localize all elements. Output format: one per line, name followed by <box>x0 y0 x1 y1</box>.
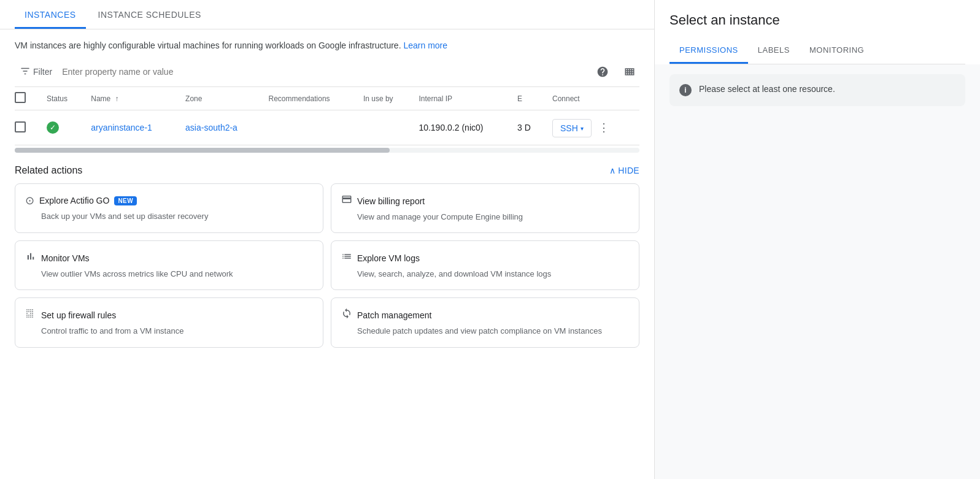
right-tab-monitoring[interactable]: MONITORING <box>800 38 874 64</box>
scroll-thumb <box>15 148 390 153</box>
row-recommendations-cell <box>261 110 356 145</box>
row-name-cell: aryaninstance-1 <box>83 110 178 145</box>
filter-icon <box>20 66 31 79</box>
logs-icon <box>341 251 352 265</box>
tab-instance-schedules[interactable]: INSTANCE SCHEDULES <box>88 0 211 29</box>
horizontal-scrollbar[interactable] <box>15 148 639 153</box>
logs-title: Explore VM logs <box>357 253 420 263</box>
right-panel-header: Select an instance PERMISSIONS LABELS MO… <box>655 0 980 64</box>
toolbar-icons <box>593 62 639 82</box>
row-zone-cell: asia-south2-a <box>178 110 261 145</box>
filter-label: Filter <box>33 67 52 77</box>
new-badge: NEW <box>114 196 137 205</box>
info-message-text: Please select at least one resource. <box>699 84 835 94</box>
actifio-title: Explore Actifio GO <box>39 196 109 205</box>
table-row: ✓ aryaninstance-1 asia-south2-a 10.190.0… <box>15 110 639 145</box>
filter-input[interactable] <box>62 67 588 77</box>
row-internal-ip-cell: 10.190.0.2 (nic0) <box>411 110 510 145</box>
row-status-cell: ✓ <box>39 110 83 145</box>
select-all-checkbox[interactable] <box>15 92 26 103</box>
description-text: VM instances are highly configurable vir… <box>0 29 654 57</box>
action-card-explore-actifio[interactable]: ⊙ Explore Actifio GO NEW Back up your VM… <box>15 183 323 233</box>
row-checkbox-cell <box>15 110 39 145</box>
action-card-monitor-vms[interactable]: Monitor VMs View outlier VMs across metr… <box>15 240 323 290</box>
col-in-use-by: In use by <box>356 87 411 110</box>
right-tab-labels[interactable]: LABELS <box>748 38 800 64</box>
firewall-title: Set up firewall rules <box>41 310 116 320</box>
chevron-down-icon: ▾ <box>581 125 584 132</box>
more-options-button[interactable]: ⋮ <box>594 118 614 137</box>
right-panel: Select an instance PERMISSIONS LABELS MO… <box>655 0 980 479</box>
row-connect-cell: SSH ▾ ⋮ <box>545 110 639 145</box>
right-panel-title: Select an instance <box>669 12 965 28</box>
monitor-icon <box>25 251 36 265</box>
ssh-label: SSH <box>560 123 578 133</box>
main-panel: INSTANCES INSTANCE SCHEDULES VM instance… <box>0 0 655 479</box>
billing-icon <box>341 194 352 208</box>
related-actions-header: Related actions ∧ HIDE <box>0 155 654 183</box>
col-recommendations: Recommendations <box>261 87 356 110</box>
tabs-bar: INSTANCES INSTANCE SCHEDULES <box>0 0 654 29</box>
firewall-icon <box>25 308 36 322</box>
learn-more-link[interactable]: Learn more <box>403 40 447 50</box>
related-actions-title: Related actions <box>15 165 82 176</box>
description-body: VM instances are highly configurable vir… <box>15 40 401 50</box>
right-panel-tabs: PERMISSIONS LABELS MONITORING <box>669 38 965 64</box>
help-icon[interactable] <box>593 62 612 82</box>
hide-button[interactable]: ∧ HIDE <box>609 166 639 175</box>
columns-icon[interactable] <box>620 62 639 82</box>
hide-label: HIDE <box>618 166 639 175</box>
action-card-firewall[interactable]: Set up firewall rules Control traffic to… <box>15 297 323 347</box>
row-in-use-by-cell <box>356 110 411 145</box>
monitor-desc: View outlier VMs across metrics like CPU… <box>25 269 313 280</box>
external-ip-value: 3 D <box>517 123 531 132</box>
related-actions-grid: ⊙ Explore Actifio GO NEW Back up your VM… <box>0 183 654 362</box>
tab-instances[interactable]: INSTANCES <box>15 0 86 29</box>
actifio-icon: ⊙ <box>25 194 34 207</box>
table-header-row: Status Name ↑ Zone Recommendations In us… <box>15 87 639 110</box>
internal-ip-value: 10.190.0.2 (nic0) <box>419 123 483 132</box>
action-card-billing[interactable]: View billing report View and manage your… <box>331 183 639 233</box>
chevron-up-icon: ∧ <box>609 166 615 175</box>
ssh-button[interactable]: SSH ▾ <box>552 119 592 137</box>
col-connect: Connect <box>545 87 639 110</box>
instances-table-container: Status Name ↑ Zone Recommendations In us… <box>0 87 654 145</box>
action-card-vm-logs[interactable]: Explore VM logs View, search, analyze, a… <box>331 240 639 290</box>
row-external-ip-cell: 3 D <box>510 110 545 145</box>
info-message: i Please select at least one resource. <box>669 74 965 106</box>
instance-name-link[interactable]: aryaninstance-1 <box>91 123 152 132</box>
patch-icon <box>341 308 352 322</box>
col-status: Status <box>39 87 83 110</box>
col-checkbox <box>15 87 39 110</box>
col-zone: Zone <box>178 87 261 110</box>
billing-desc: View and manage your Compute Engine bill… <box>341 212 629 223</box>
zone-link[interactable]: asia-south2-a <box>185 123 237 132</box>
info-icon: i <box>679 84 692 96</box>
action-card-patch[interactable]: Patch management Schedule patch updates … <box>331 297 639 347</box>
sort-arrow-icon: ↑ <box>115 94 119 103</box>
status-running-icon: ✓ <box>47 121 59 134</box>
monitor-title: Monitor VMs <box>41 253 90 263</box>
patch-title: Patch management <box>357 310 431 320</box>
col-external-ip: E <box>510 87 545 110</box>
right-panel-body: i Please select at least one resource. <box>655 64 980 479</box>
col-name[interactable]: Name ↑ <box>83 87 178 110</box>
logs-desc: View, search, analyze, and download VM i… <box>341 269 629 280</box>
billing-title: View billing report <box>357 196 425 206</box>
firewall-desc: Control traffic to and from a VM instanc… <box>25 326 313 337</box>
filter-button[interactable]: Filter <box>15 63 57 81</box>
filter-toolbar: Filter <box>0 57 654 86</box>
right-tab-permissions[interactable]: PERMISSIONS <box>669 38 748 64</box>
patch-desc: Schedule patch updates and view patch co… <box>341 326 629 337</box>
instances-table: Status Name ↑ Zone Recommendations In us… <box>15 87 639 145</box>
col-internal-ip: Internal IP <box>411 87 510 110</box>
row-checkbox[interactable] <box>15 121 26 132</box>
actifio-desc: Back up your VMs and set up disaster rec… <box>25 211 313 222</box>
